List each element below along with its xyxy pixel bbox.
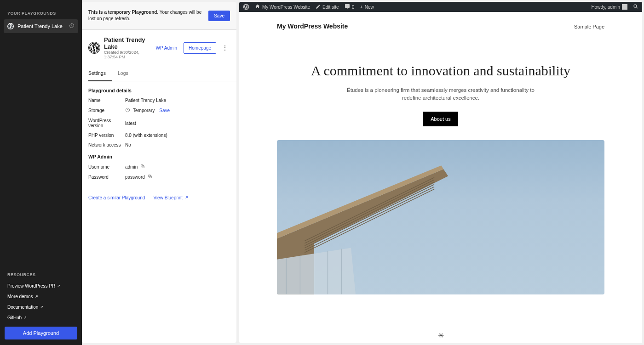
more-demos-link[interactable]: More demos ↗	[4, 291, 78, 302]
admin-bar-label: My WordPress Website	[262, 5, 310, 10]
external-link-icon: ↗	[40, 305, 43, 309]
admin-bar-label: 0	[352, 5, 355, 10]
detail-row-wp-version: WordPress version latest	[88, 118, 230, 128]
comment-icon	[345, 4, 350, 10]
details-heading: Playground details	[88, 88, 230, 93]
wp-admin-link[interactable]: WP Admin	[153, 43, 180, 53]
tabs: Settings Logs	[82, 66, 236, 81]
comments-menu[interactable]: 0	[345, 4, 355, 10]
site-name-menu[interactable]: My WordPress Website	[255, 4, 310, 10]
admin-bar-right: Howdy, admin	[591, 4, 638, 10]
playground-name: Patient Trendy Lake	[17, 23, 69, 29]
detail-value: admin	[125, 164, 230, 170]
wp-admin-bar: My WordPress Website Edit site 0 + New	[239, 2, 642, 12]
external-link-icon: ↗	[35, 294, 38, 299]
documentation-link[interactable]: Documentation ↗	[4, 302, 78, 312]
admin-bar-label: Edit site	[322, 5, 339, 10]
hero-heading: A commitment to innovation and sustainab…	[277, 62, 604, 79]
clock-icon	[69, 23, 75, 29]
wp-logo-menu[interactable]	[243, 4, 249, 10]
site-title[interactable]: My WordPress Website	[277, 23, 348, 30]
detail-label: Storage	[88, 108, 125, 113]
username-value: admin	[125, 164, 138, 170]
detail-row-storage: Storage Temporary Save	[88, 107, 230, 113]
tab-settings[interactable]: Settings	[88, 66, 112, 81]
sidebar: YOUR PLAYGROUNDS Patient Trendy Lake RES…	[0, 0, 82, 345]
site-header: My WordPress Website Sample Page	[277, 22, 604, 30]
save-button[interactable]: Save	[208, 11, 230, 21]
detail-row-network: Network access No	[88, 142, 230, 147]
detail-label: Network access	[88, 142, 125, 147]
nav-sample-page[interactable]: Sample Page	[574, 24, 604, 29]
notice-text: This is a temporary Playground. Your cha…	[88, 9, 208, 22]
add-playground-button[interactable]: Add Playground	[5, 327, 77, 339]
copy-icon[interactable]	[140, 164, 145, 170]
home-icon	[255, 4, 260, 10]
wp-admin-heading: WP Admin	[88, 154, 230, 159]
playground-item[interactable]: Patient Trendy Lake	[4, 19, 78, 33]
detail-label: PHP version	[88, 133, 125, 138]
search-icon	[633, 4, 638, 10]
wordpress-icon	[88, 42, 100, 54]
password-value: password	[125, 175, 145, 180]
separator-icon: ✳	[277, 331, 604, 340]
clock-icon	[125, 107, 130, 113]
admin-bar-label: New	[365, 5, 374, 10]
notice-bar: This is a temporary Playground. Your cha…	[82, 2, 236, 30]
detail-row-name: Name Patient Trendy Lake	[88, 98, 230, 103]
about-us-button[interactable]: About us	[423, 112, 458, 126]
link-label: Preview WordPress PR	[7, 283, 55, 288]
svg-marker-11	[277, 165, 443, 238]
more-icon[interactable]: ⋮	[220, 44, 230, 51]
new-menu[interactable]: + New	[360, 4, 374, 10]
svg-line-13	[305, 180, 434, 243]
panel-footer-links: Create a similar Playground View Bluepri…	[82, 191, 236, 205]
panel-body: Playground details Name Patient Trendy L…	[82, 81, 236, 191]
svg-line-12	[305, 177, 434, 241]
external-link-icon: ↗	[57, 284, 60, 288]
hero-image	[277, 140, 604, 294]
notice-bold: This is a temporary Playground.	[88, 10, 158, 15]
tab-logs[interactable]: Logs	[118, 66, 135, 81]
edit-site-menu[interactable]: Edit site	[316, 4, 339, 10]
playgrounds-heading: YOUR PLAYGROUNDS	[7, 11, 75, 16]
view-blueprint-link[interactable]: View Blueprint	[153, 195, 189, 200]
detail-value: password	[125, 174, 230, 180]
create-similar-link[interactable]: Create a similar Playground	[88, 195, 145, 200]
storage-value-text: Temporary	[133, 108, 155, 113]
external-link-icon: ↗	[23, 316, 27, 320]
search-menu[interactable]	[633, 4, 638, 10]
admin-bar-label: Howdy, admin	[591, 5, 620, 10]
preview-wp-pr-link[interactable]: Preview WordPress PR ↗	[4, 281, 78, 291]
github-link[interactable]: GitHub ↗	[4, 312, 78, 323]
link-label: Documentation	[7, 305, 38, 310]
site-preview: My WordPress Website Edit site 0 + New	[239, 2, 642, 343]
homepage-button[interactable]: Homepage	[184, 42, 216, 54]
link-label: View Blueprint	[153, 195, 183, 200]
detail-row-password: Password password	[88, 174, 230, 180]
detail-value: No	[125, 142, 230, 147]
resources-heading: RESOURCES	[7, 272, 75, 277]
edit-icon	[316, 4, 321, 10]
storage-save-link[interactable]: Save	[159, 108, 170, 113]
external-link-icon	[184, 195, 189, 200]
hero-sub: Études is a pioneering firm that seamles…	[344, 86, 537, 102]
panel-created: Created 9/30/2024, 1:37:54 PM	[104, 50, 150, 59]
detail-row-username: Username admin	[88, 164, 230, 170]
howdy-menu[interactable]: Howdy, admin	[591, 4, 627, 10]
site-nav: Sample Page	[574, 22, 604, 30]
plus-icon: +	[360, 4, 362, 10]
detail-label: Username	[88, 164, 125, 170]
svg-point-9	[634, 5, 637, 7]
detail-label: Password	[88, 175, 125, 180]
detail-value: 8.0 (with extensions)	[125, 133, 230, 138]
panel-header: Patient Trendy Lake Created 9/30/2024, 1…	[82, 30, 236, 66]
detail-row-php-version: PHP version 8.0 (with extensions)	[88, 133, 230, 138]
panel-title: Patient Trendy Lake	[104, 36, 150, 50]
site-content: My WordPress Website Sample Page A commi…	[239, 12, 642, 343]
detail-label: Name	[88, 98, 125, 103]
detail-value: latest	[125, 121, 230, 126]
copy-icon[interactable]	[148, 174, 152, 180]
detail-value: Temporary Save	[125, 107, 230, 113]
hero: A commitment to innovation and sustainab…	[277, 62, 604, 126]
